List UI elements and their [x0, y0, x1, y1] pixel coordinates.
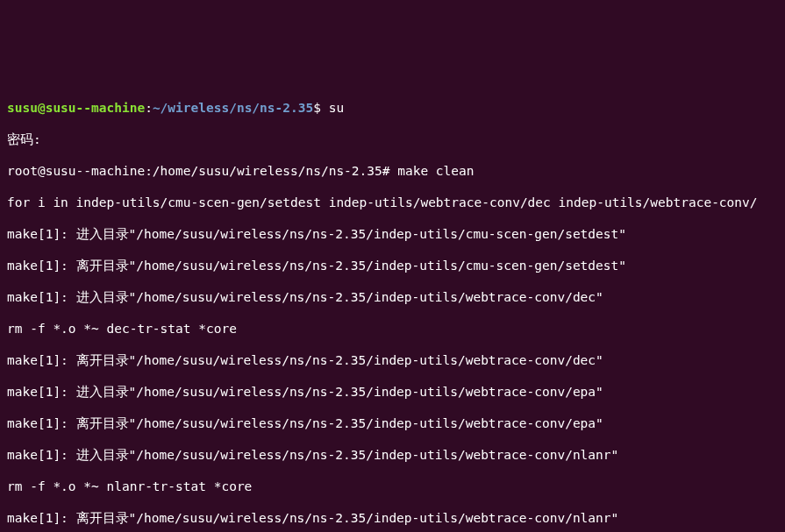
output-line: make[1]: 离开目录"/home/susu/wireless/ns/ns-…: [7, 510, 778, 526]
output-line: root@susu--machine:/home/susu/wireless/n…: [7, 163, 778, 179]
output-line: 密码:: [7, 131, 778, 147]
output-line: make[1]: 进入目录"/home/susu/wireless/ns/ns-…: [7, 226, 778, 242]
prompt-colon: :: [145, 101, 153, 115]
prompt-cwd: ~/wireless/ns/ns-2.35: [153, 101, 313, 115]
prompt-user-host: susu@susu--machine: [7, 101, 145, 115]
terminal[interactable]: susu@susu--machine:~/wireless/ns/ns-2.35…: [0, 79, 785, 532]
output-line: rm -f *.o *~ nlanr-tr-stat *core: [7, 479, 778, 494]
output-line: make[1]: 进入目录"/home/susu/wireless/ns/ns-…: [7, 384, 778, 400]
prompt-line: susu@susu--machine:~/wireless/ns/ns-2.35…: [7, 100, 778, 116]
prompt-dollar: $: [313, 101, 328, 115]
output-line: make[1]: 离开目录"/home/susu/wireless/ns/ns-…: [7, 258, 778, 273]
command-input[interactable]: su: [329, 101, 344, 115]
output-line: make[1]: 离开目录"/home/susu/wireless/ns/ns-…: [7, 415, 778, 431]
output-line: make[1]: 离开目录"/home/susu/wireless/ns/ns-…: [7, 352, 778, 368]
output-line: rm -f *.o *~ dec-tr-stat *core: [7, 321, 778, 337]
output-line: make[1]: 进入目录"/home/susu/wireless/ns/ns-…: [7, 447, 778, 463]
output-line: for i in indep-utils/cmu-scen-gen/setdes…: [7, 195, 778, 210]
output-line: make[1]: 进入目录"/home/susu/wireless/ns/ns-…: [7, 289, 778, 305]
